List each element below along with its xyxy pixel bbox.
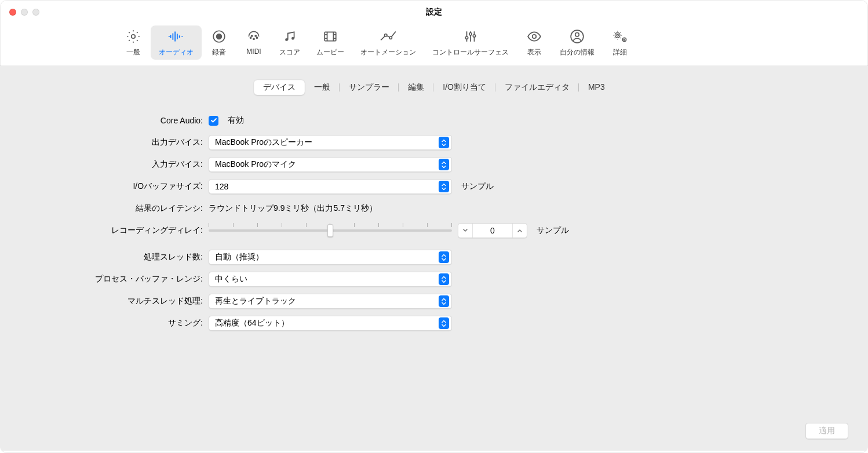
svg-point-18 — [617, 34, 618, 36]
toolbar-automation[interactable]: オートメーション — [352, 25, 424, 60]
core-audio-checkbox[interactable] — [209, 116, 218, 126]
output-device-label: 出力デバイス: — [46, 137, 209, 148]
toolbar-label: オートメーション — [360, 48, 416, 57]
gear-icon — [125, 28, 142, 45]
svg-point-13 — [473, 35, 475, 37]
close-button[interactable] — [9, 9, 16, 16]
apply-button[interactable]: 適用 — [805, 423, 848, 439]
stepper-decrement[interactable] — [458, 224, 472, 238]
toolbar-midi[interactable]: MIDI — [236, 25, 271, 60]
toolbar-movie[interactable]: ムービー — [308, 25, 352, 60]
input-device-label: 入力デバイス: — [46, 159, 209, 170]
toolbar-control-surfaces[interactable]: コントロールサーフェス — [424, 25, 517, 60]
chevron-up-icon — [517, 228, 523, 233]
svg-point-9 — [385, 34, 387, 36]
recording-delay-slider[interactable] — [209, 225, 452, 236]
svg-point-17 — [615, 33, 620, 38]
toolbar: 一般 オーディオ 録音 MIDI — [0, 24, 868, 66]
output-device-select[interactable]: MacBook Proのスピーカー — [209, 135, 452, 150]
toolbar-label: ムービー — [316, 48, 344, 57]
summing-select[interactable]: 高精度（64ビット） — [209, 316, 452, 331]
sliders-icon — [462, 28, 479, 45]
automation-icon — [380, 28, 397, 45]
tab-mp3[interactable]: MP3 — [579, 80, 614, 95]
svg-point-2 — [217, 34, 222, 39]
svg-point-16 — [575, 33, 579, 37]
tab-io-assignments[interactable]: I/O割り当て — [433, 80, 495, 95]
processing-threads-value: 自動（推奨） — [215, 252, 439, 262]
core-audio-enabled-label: 有効 — [228, 115, 244, 126]
recording-delay-label: レコーディングディレイ: — [46, 225, 209, 236]
tab-file-editor[interactable]: ファイルエディタ — [495, 80, 579, 95]
window-title: 設定 — [0, 7, 868, 17]
latency-value: ラウンドトリップ9.9ミリ秒（出力5.7ミリ秒） — [209, 203, 377, 214]
chevron-up-down-icon — [439, 317, 449, 329]
process-buffer-range-label: プロセス・バッファ・レンジ: — [46, 274, 209, 284]
latency-label: 結果のレイテンシ: — [46, 203, 209, 214]
svg-point-10 — [389, 36, 392, 39]
stepper-increment[interactable] — [513, 224, 527, 238]
film-icon — [322, 28, 339, 45]
toolbar-general[interactable]: 一般 — [116, 25, 151, 60]
svg-rect-8 — [324, 32, 336, 41]
waveform-icon — [167, 28, 185, 45]
svg-point-0 — [132, 35, 136, 39]
tab-general[interactable]: 一般 — [305, 80, 340, 95]
chevron-up-down-icon — [439, 295, 449, 307]
multithreading-select[interactable]: 再生とライブトラック — [209, 294, 452, 309]
process-buffer-range-select[interactable]: 中くらい — [209, 272, 452, 287]
core-audio-label: Core Audio: — [46, 116, 209, 125]
toolbar-label: 一般 — [126, 48, 140, 57]
settings-form: Core Audio: 有効 出力デバイス: MacBook Proのスピーカー — [46, 112, 851, 331]
person-circle-icon — [568, 28, 586, 45]
chevron-down-icon — [462, 228, 468, 233]
toolbar-label: 詳細 — [613, 48, 627, 57]
input-device-select[interactable]: MacBook Proのマイク — [209, 157, 452, 172]
toolbar-score[interactable]: スコア — [271, 25, 308, 60]
recording-delay-suffix: サンプル — [537, 225, 569, 236]
io-buffer-value: 128 — [215, 182, 439, 191]
svg-point-4 — [253, 38, 254, 39]
toolbar-my-info[interactable]: 自分の情報 — [552, 25, 603, 60]
recording-delay-stepper[interactable]: 0 — [458, 223, 527, 238]
svg-point-11 — [465, 36, 468, 39]
toolbar-label: 自分の情報 — [560, 48, 595, 57]
tab-sampler[interactable]: サンプラー — [340, 80, 399, 95]
toolbar-recording[interactable]: 録音 — [202, 25, 236, 60]
output-device-value: MacBook Proのスピーカー — [215, 137, 439, 148]
svg-point-3 — [250, 37, 251, 38]
slider-thumb[interactable] — [327, 224, 333, 237]
svg-point-19 — [622, 38, 626, 41]
sub-tab-bar: デバイス 一般 サンプラー 編集 I/O割り当て ファイルエディタ MP3 — [17, 80, 851, 95]
settings-window: 設定 一般 オーディオ 録音 — [0, 0, 868, 453]
toolbar-label: オーディオ — [159, 48, 194, 57]
toolbar-label: 録音 — [212, 48, 226, 57]
midi-icon — [245, 28, 262, 45]
tab-editing[interactable]: 編集 — [399, 80, 433, 95]
toolbar-audio[interactable]: オーディオ — [151, 25, 202, 60]
recording-delay-value[interactable]: 0 — [472, 224, 513, 238]
processing-threads-select[interactable]: 自動（推奨） — [209, 250, 452, 265]
toolbar-advanced[interactable]: 詳細 — [603, 25, 637, 60]
processing-threads-label: 処理スレッド数: — [46, 252, 209, 262]
toolbar-label: MIDI — [246, 48, 261, 56]
svg-point-7 — [255, 35, 256, 36]
tab-devices[interactable]: デバイス — [254, 80, 305, 95]
toolbar-label: 表示 — [527, 48, 541, 57]
multithreading-value: 再生とライブトラック — [215, 296, 439, 306]
io-buffer-select[interactable]: 128 — [209, 179, 452, 194]
chevron-up-down-icon — [439, 181, 449, 192]
music-notes-icon — [281, 28, 298, 45]
toolbar-label: スコア — [279, 48, 300, 57]
toolbar-display[interactable]: 表示 — [517, 25, 552, 60]
io-buffer-suffix: サンプル — [461, 181, 494, 192]
maximize-button[interactable] — [32, 9, 39, 16]
svg-point-14 — [533, 35, 537, 39]
minimize-button[interactable] — [21, 9, 28, 16]
record-icon — [210, 28, 228, 45]
svg-point-12 — [469, 33, 472, 35]
multithreading-label: マルチスレッド処理: — [46, 296, 209, 306]
chevron-up-down-icon — [439, 251, 449, 263]
chevron-up-down-icon — [439, 273, 449, 285]
traffic-lights — [9, 9, 39, 16]
